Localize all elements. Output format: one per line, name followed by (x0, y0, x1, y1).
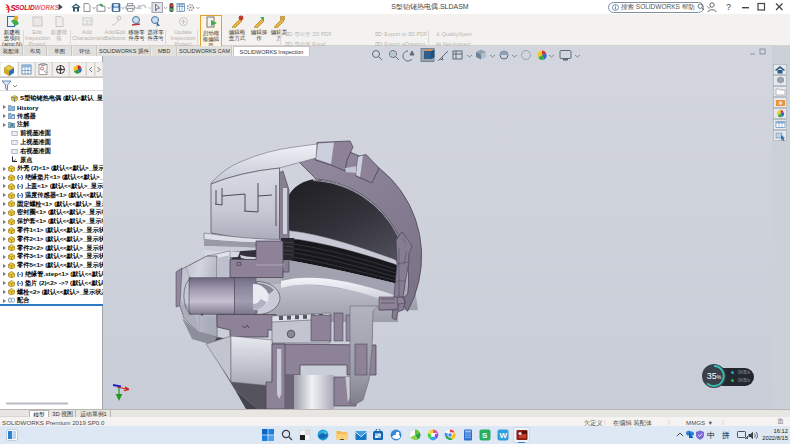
svg-text:SOLIDWORKS: SOLIDWORKS (15, 4, 60, 11)
svg-text:S: S (482, 431, 488, 440)
svg-text:57: 57 (85, 19, 92, 25)
svg-text:?: ? (726, 2, 731, 12)
svg-text:A: A (10, 123, 14, 129)
svg-text:W: W (500, 431, 508, 440)
